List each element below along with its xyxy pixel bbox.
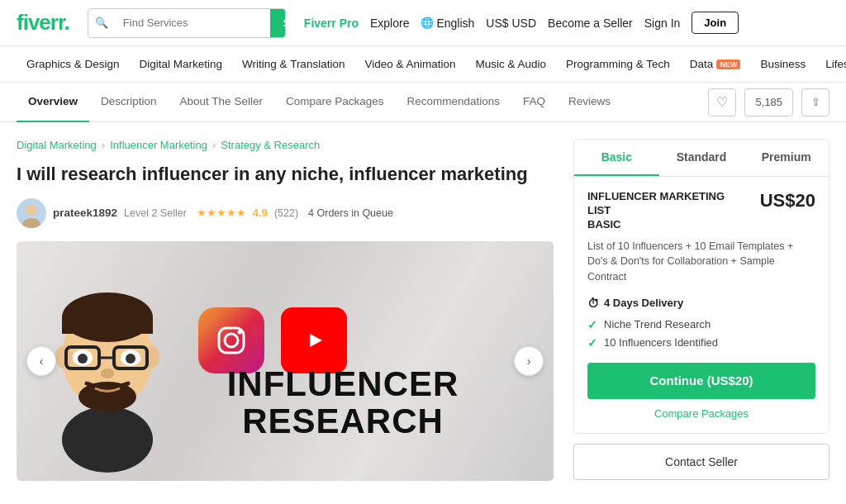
youtube-icon: [281, 307, 347, 373]
right-column: Basic Standard Premium INFLUENCER MARKET…: [573, 139, 829, 481]
gig-image-container: INFLUENCER RESEARCH ‹ ›: [17, 241, 554, 481]
tab-overview[interactable]: Overview: [17, 83, 89, 122]
image-text-influencer: INFLUENCER RESEARCH: [157, 366, 529, 439]
check-icon-1: ✓: [587, 318, 597, 331]
package-tabs: Basic Standard Premium: [574, 140, 829, 177]
package-price: US$20: [760, 190, 815, 212]
explore-link[interactable]: Explore: [370, 17, 409, 30]
save-heart-button[interactable]: ♡: [708, 88, 736, 116]
check-icon-2: ✓: [587, 336, 597, 349]
sidebar-item-video[interactable]: Video & Animation: [354, 46, 465, 83]
package-description: List of 10 Influencers + 10 Email Templa…: [587, 239, 815, 285]
svg-point-1: [26, 204, 37, 216]
clock-icon: ⏱: [587, 297, 599, 310]
carousel-next-button[interactable]: ›: [514, 346, 544, 376]
package-features: ✓ Niche Trend Research ✓ 10 Influencers …: [587, 318, 815, 349]
join-button[interactable]: Join: [692, 12, 739, 34]
pkg-tab-premium[interactable]: Premium: [744, 140, 829, 176]
svg-point-17: [101, 368, 114, 378]
rating-number: 4.9: [253, 207, 268, 219]
breadcrumb-sep-2: ›: [212, 139, 216, 151]
contact-seller-button[interactable]: Contact Seller: [573, 444, 829, 480]
gig-title: I will research influencer in any niche,…: [17, 163, 554, 187]
main-content: Digital Marketing › Influencer Marketing…: [0, 122, 846, 497]
svg-rect-7: [62, 317, 153, 334]
breadcrumb-digital-marketing[interactable]: Digital Marketing: [17, 139, 97, 151]
svg-point-21: [238, 330, 242, 334]
sidebar-item-digital-marketing[interactable]: Digital Marketing: [130, 46, 233, 83]
tab-description[interactable]: Description: [89, 83, 169, 122]
package-name: INFLUENCER MARKETING LIST BASIC: [587, 190, 736, 232]
tab-compare-packages[interactable]: Compare Packages: [274, 83, 396, 122]
sidebar-item-lifestyle[interactable]: Lifestyle: [815, 46, 846, 83]
feature-1: ✓ Niche Trend Research: [587, 318, 815, 331]
pkg-tab-basic[interactable]: Basic: [574, 140, 659, 176]
instagram-icon: [198, 307, 264, 373]
compare-packages-link[interactable]: Compare Packages: [587, 407, 815, 420]
review-count: (522): [274, 207, 298, 219]
orders-queue: 4 Orders in Queue: [308, 207, 393, 219]
breadcrumb-influencer-marketing[interactable]: Influencer Marketing: [110, 139, 207, 151]
share-button[interactable]: ⇧: [801, 88, 829, 116]
tab-bar: Overview Description About The Seller Co…: [0, 83, 846, 122]
language-selector[interactable]: 🌐 English: [421, 17, 474, 30]
left-column: Digital Marketing › Influencer Marketing…: [17, 139, 554, 481]
sidebar-item-music[interactable]: Music & Audio: [466, 46, 557, 83]
tab-faq[interactable]: FAQ: [511, 83, 557, 122]
svg-point-3: [62, 407, 153, 473]
cartoon-face: [41, 258, 173, 473]
svg-point-20: [225, 334, 238, 347]
tab-about-seller[interactable]: About The Seller: [169, 83, 274, 122]
currency-selector[interactable]: US$ USD: [486, 17, 536, 30]
avatar: [17, 198, 46, 228]
feature-2: ✓ 10 Influencers Identified: [587, 336, 815, 349]
package-body: INFLUENCER MARKETING LIST BASIC US$20 Li…: [574, 177, 829, 433]
sidebar-item-writing[interactable]: Writing & Translation: [232, 46, 354, 83]
search-input[interactable]: [115, 9, 270, 37]
package-panel: Basic Standard Premium INFLUENCER MARKET…: [573, 139, 829, 434]
breadcrumb-strategy-research[interactable]: Strategy & Research: [221, 139, 320, 151]
search-icon: 🔍: [88, 17, 115, 29]
svg-point-15: [78, 354, 88, 364]
rating-stars: ★★★★★: [197, 207, 246, 219]
header: fiverr. 🔍 Search Fiverr Pro Explore 🌐 En…: [0, 0, 846, 46]
svg-point-18: [78, 382, 136, 411]
sidebar-item-data[interactable]: Data NEW: [680, 46, 751, 83]
search-bar: 🔍 Search: [88, 8, 286, 38]
seller-level: Level 2 Seller: [124, 207, 187, 219]
seller-name[interactable]: prateek1892: [53, 207, 117, 219]
package-delivery: ⏱ 4 Days Delivery: [587, 297, 815, 310]
breadcrumb-sep-1: ›: [102, 139, 105, 151]
pkg-tab-standard[interactable]: Standard: [659, 140, 744, 176]
sidebar-item-graphics[interactable]: Graphics & Design: [17, 46, 130, 83]
save-count: 5,185: [744, 88, 793, 116]
carousel-prev-button[interactable]: ‹: [26, 346, 56, 376]
sidebar-item-business[interactable]: Business: [750, 46, 815, 83]
globe-icon: 🌐: [421, 17, 434, 29]
search-button[interactable]: Search: [270, 9, 286, 37]
fiverr-pro-link[interactable]: Fiverr Pro: [304, 17, 359, 30]
new-badge: NEW: [716, 59, 740, 69]
tab-recommendations[interactable]: Recommendations: [395, 83, 511, 122]
sign-in-link[interactable]: Sign In: [644, 17, 681, 30]
continue-button[interactable]: Continue (US$20): [587, 363, 815, 399]
logo[interactable]: fiverr.: [17, 10, 69, 36]
svg-point-16: [126, 354, 135, 364]
tab-reviews[interactable]: Reviews: [557, 83, 622, 122]
seller-info: prateek1892 Level 2 Seller ★★★★★ 4.9 (52…: [17, 198, 554, 228]
sidebar-item-programming[interactable]: Programming & Tech: [556, 46, 680, 83]
breadcrumb: Digital Marketing › Influencer Marketing…: [17, 139, 554, 151]
become-seller-link[interactable]: Become a Seller: [548, 17, 633, 30]
nav-bar: Graphics & Design Digital Marketing Writ…: [0, 46, 846, 83]
